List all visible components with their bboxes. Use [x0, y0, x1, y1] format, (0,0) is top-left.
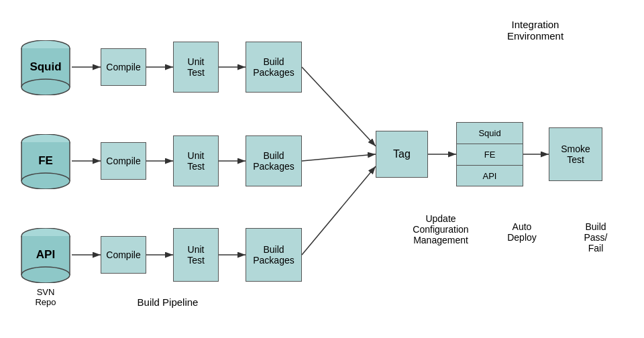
svg-point-25 [21, 173, 70, 189]
compile-box-row1: Compile [101, 48, 146, 86]
svn-repo-label: SVNRepo [19, 287, 72, 307]
stacked-squid-box: Squid [456, 122, 523, 144]
squid-cylinder: Squid [19, 40, 72, 97]
svg-text:Squid: Squid [30, 60, 61, 73]
svg-point-31 [21, 267, 70, 283]
compile-box-row2: Compile [101, 142, 146, 180]
unit-test-box-row3: UnitTest [173, 228, 219, 282]
svg-line-4 [302, 67, 376, 146]
stacked-fe-box: FE [456, 144, 523, 165]
stacked-boxes: Squid FE API [456, 122, 523, 186]
auto-deploy-label: AutoDeploy [495, 221, 549, 243]
build-packages-box-row2: BuildPackages [246, 135, 302, 186]
build-packages-box-row1: BuildPackages [246, 42, 302, 93]
stacked-api-box: API [456, 165, 523, 186]
fe-cylinder: FE [19, 134, 72, 191]
build-pass-fail-label: BuildPass/Fail [569, 221, 623, 253]
svg-line-12 [302, 166, 376, 255]
compile-box-row3: Compile [101, 236, 146, 274]
diagram: Squid Compile UnitTest BuildPackages FE … [0, 0, 644, 338]
svg-text:API: API [36, 248, 55, 261]
smoke-test-box: SmokeTest [549, 127, 602, 181]
build-pipeline-label: Build Pipeline [101, 296, 235, 308]
integration-env-label: IntegrationEnvironment [482, 19, 589, 42]
svg-line-8 [302, 154, 376, 161]
unit-test-box-row1: UnitTest [173, 42, 219, 93]
svg-point-19 [21, 79, 70, 95]
tag-box: Tag [376, 131, 428, 178]
arrows-layer [0, 0, 644, 338]
unit-test-box-row2: UnitTest [173, 135, 219, 186]
svg-text:FE: FE [38, 154, 53, 167]
api-cylinder: API [19, 228, 72, 285]
build-packages-box-row3: BuildPackages [246, 228, 302, 282]
update-config-label: UpdateConfigurationManagement [397, 213, 484, 245]
